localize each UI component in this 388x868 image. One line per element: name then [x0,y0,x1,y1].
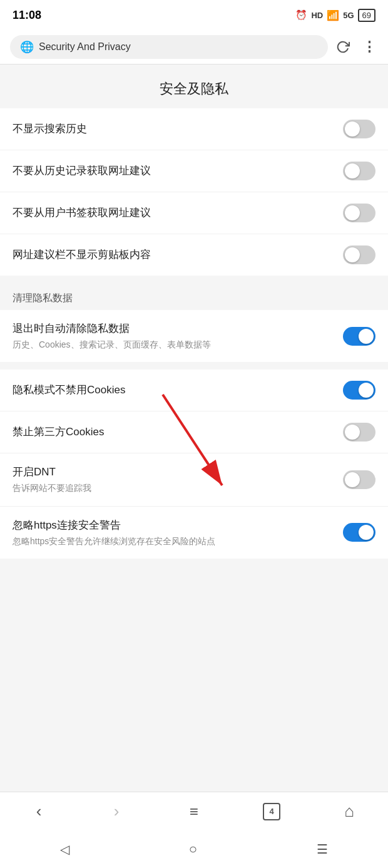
toggle-history-url[interactable] [343,162,375,180]
label-search-history: 不显示搜索历史 [13,121,333,137]
page-title-section: 安全及隐私 [0,65,388,108]
settings-group-3: 隐私模式不禁用Cookies 禁止第三方Cookies 开启DNT 告诉网站不要… [0,369,388,559]
toggle-clipboard[interactable] [343,245,375,264]
label-private-cookies: 隐私模式不禁用Cookies [13,383,333,398]
settings-item-auto-clear[interactable]: 退出时自动清除隐私数据 历史、Cookies、搜索记录、页面缓存、表单数据等 [0,310,388,362]
settings-item-private-cookies[interactable]: 隐私模式不禁用Cookies [0,369,388,411]
section-header-clear-privacy: 清理隐私数据 [0,283,388,310]
label-third-party-cookies: 禁止第三方Cookies [13,425,333,440]
address-text: Security And Privacy [39,41,131,53]
refresh-button[interactable] [334,38,352,56]
sys-home-button[interactable]: ○ [189,841,197,857]
settings-group-1: 不显示搜索历史 不要从历史记录获取网址建议 不要从用户书签获取网址建议 网址建议… [0,108,388,276]
address-bar: 🌐 Security And Privacy ⋮ [0,30,388,65]
tabs-badge[interactable]: 4 [263,803,280,820]
hd-icon: HD [311,11,323,20]
toggle-search-history[interactable] [343,120,375,138]
settings-group-2: 清理隐私数据 退出时自动清除隐私数据 历史、Cookies、搜索记录、页面缓存、… [0,283,388,362]
toggle-bookmark-url[interactable] [343,204,375,222]
nav-menu-button[interactable]: ≡ [178,796,210,827]
label-auto-clear: 退出时自动清除隐私数据 [13,321,333,336]
toggle-auto-clear[interactable] [343,327,375,346]
sys-back-button[interactable]: ◁ [60,842,69,857]
wifi-icon: 📶 [327,9,339,21]
address-input[interactable]: 🌐 Security And Privacy [10,35,328,59]
sublabel-https-warning: 忽略https安全警告允许继续浏览存在安全风险的站点 [13,535,333,548]
bottom-navigation: ‹ › ≡ 4 ⌂ [0,792,388,830]
nav-home-button[interactable]: ⌂ [334,796,365,827]
label-bookmark-url: 不要从用户书签获取网址建议 [13,205,333,220]
toggle-dnt[interactable] [343,470,375,489]
toggle-https-warning[interactable] [343,523,375,542]
page-title: 安全及隐私 [0,80,388,98]
status-time: 11:08 [13,9,41,22]
label-dnt: 开启DNT [13,465,333,480]
toggle-knob-search-history [345,121,360,137]
settings-item-bookmark-url[interactable]: 不要从用户书签获取网址建议 [0,192,388,234]
label-clipboard: 网址建议栏不显示剪贴板内容 [13,247,333,262]
nav-back-button[interactable]: ‹ [23,796,54,827]
signal-icon: 5G [343,11,354,20]
settings-item-third-party-cookies[interactable]: 禁止第三方Cookies [0,411,388,453]
address-bar-actions: ⋮ [334,38,378,56]
system-navigation: ◁ ○ ☰ [0,830,388,868]
settings-item-search-history[interactable]: 不显示搜索历史 [0,108,388,150]
sublabel-auto-clear: 历史、Cookies、搜索记录、页面缓存、表单数据等 [13,339,333,351]
nav-tabs-button[interactable]: 4 [256,796,287,827]
settings-item-history-url[interactable]: 不要从历史记录获取网址建议 [0,150,388,192]
toggle-third-party-cookies[interactable] [343,423,375,442]
nav-forward-button[interactable]: › [101,796,132,827]
more-button[interactable]: ⋮ [360,38,378,56]
sublabel-dnt: 告诉网站不要追踪我 [13,482,333,495]
label-https-warning: 忽略https连接安全警告 [13,518,333,533]
sys-recents-button[interactable]: ☰ [317,842,328,857]
label-history-url: 不要从历史记录获取网址建议 [13,163,333,178]
alarm-icon: ⏰ [295,9,307,21]
globe-icon: 🌐 [20,40,34,54]
settings-item-https-warning[interactable]: 忽略https连接安全警告 忽略https安全警告允许继续浏览存在安全风险的站点 [0,507,388,559]
battery-icon: 69 [358,9,375,22]
toggle-private-cookies[interactable] [343,381,375,400]
status-icons: ⏰ HD 📶 5G 69 [295,9,375,22]
settings-item-dnt[interactable]: 开启DNT 告诉网站不要追踪我 [0,453,388,506]
settings-item-clipboard[interactable]: 网址建议栏不显示剪贴板内容 [0,234,388,276]
status-bar: 11:08 ⏰ HD 📶 5G 69 [0,0,388,30]
